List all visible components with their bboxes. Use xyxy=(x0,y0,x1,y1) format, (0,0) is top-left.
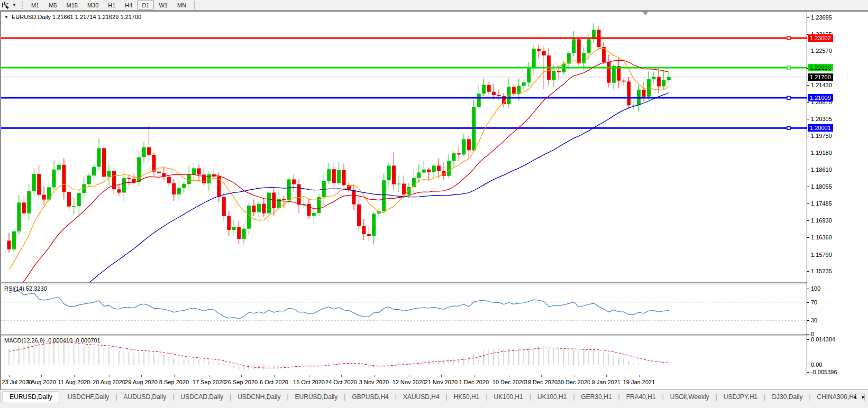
chart-shift-marker[interactable] xyxy=(643,12,648,15)
timeframe-button-w1[interactable]: W1 xyxy=(154,1,172,10)
macd-tick-label: 0.00 xyxy=(807,361,822,368)
chart-tab-gbpusd-h4[interactable]: GBPUSD,H4 xyxy=(345,392,395,402)
chart-tab-usdcad-daily[interactable]: USDCAD,Daily xyxy=(174,392,230,402)
macd-tick-label: 0.014384 xyxy=(807,336,835,342)
macd-panel[interactable] xyxy=(1,336,807,375)
timeframe-button-h4[interactable]: H4 xyxy=(120,1,137,10)
price-tick-label: 1.22570 xyxy=(807,48,832,54)
moving-average-line xyxy=(9,49,669,270)
timeframe-button-h1[interactable]: H1 xyxy=(103,1,120,10)
axis-tick-mark xyxy=(807,17,809,18)
date-tick-label: 3 Nov 2020 xyxy=(359,379,389,385)
level-price-tag[interactable]: 1.21009 xyxy=(808,94,833,101)
chart-tab-xauusd-h4[interactable]: XAUUSD,H4 xyxy=(397,392,446,402)
chart-tab-eurusd-daily[interactable]: EURUSD,Daily xyxy=(289,392,344,402)
chart-title: ▼ EURUSD,Daily 1.21661 1.21714 1.21629 1… xyxy=(4,14,141,20)
chart-cursor-tool-button[interactable]: ▼ xyxy=(0,0,20,10)
chart-tab-usdcnh-daily[interactable]: USDCNH,Daily xyxy=(231,392,287,402)
chart-dropdown-icon[interactable]: ▼ xyxy=(4,15,8,20)
price-tick-label: 1.16930 xyxy=(807,217,832,224)
macd-label: MACD(12,26,9) -0.000410 -0.000701 xyxy=(4,337,100,344)
macd-tick-label: -0.005396 xyxy=(807,369,837,375)
date-tick-label: 29 Aug 2020 xyxy=(125,379,158,385)
chart-tab-usdjpy-h1[interactable]: USDJPY,H1 xyxy=(717,392,764,402)
date-tick-mark xyxy=(374,375,374,377)
chart-tab-dj30-daily[interactable]: DJ30,Daily xyxy=(765,392,809,402)
timeframe-button-m30[interactable]: M30 xyxy=(83,1,103,10)
axis-tick-mark xyxy=(807,255,809,255)
level-price-tag[interactable]: 1.20001 xyxy=(808,124,833,132)
date-tick-label: 1 Aug 2020 xyxy=(26,379,56,385)
date-tick-mark xyxy=(174,375,175,377)
date-tick-mark xyxy=(509,375,509,377)
date-tick-mark xyxy=(409,375,409,377)
axis-tick-mark xyxy=(807,136,809,136)
timeframe-button-m5[interactable]: M5 xyxy=(44,1,61,10)
chevron-down-icon: ▼ xyxy=(12,3,16,7)
chart-tab-usoil-weekly[interactable]: USOil,Weekly xyxy=(664,392,716,402)
axis-tick-mark xyxy=(807,302,809,303)
date-tick-label: 26 Sep 2020 xyxy=(225,379,258,385)
price-tick-label: 1.15790 xyxy=(807,252,832,258)
axis-tick-mark xyxy=(807,365,809,365)
line-handle xyxy=(787,96,790,99)
date-tick-mark xyxy=(141,375,142,377)
axis-tick-mark xyxy=(807,271,809,272)
date-tick-label: 20 Aug 2020 xyxy=(93,379,125,385)
axis-tick-mark xyxy=(807,334,809,335)
current-price-tag[interactable]: 1.21700 xyxy=(808,73,833,81)
date-tick-mark xyxy=(74,375,75,377)
axis-tick-mark xyxy=(807,102,809,103)
chart-tab-hk50-h1[interactable]: HK50,H1 xyxy=(447,392,486,402)
level-price-tag[interactable]: 1.23002 xyxy=(808,34,833,42)
macd-histogram xyxy=(9,340,669,371)
rsi-tick-label: 30 xyxy=(807,317,817,323)
timeframe-toolbar: ▼ M1M5M15M30H1H4D1W1MN xyxy=(0,0,868,11)
tab-scroll-right-button[interactable]: ► xyxy=(861,394,866,400)
date-tick-label: 21 Nov 2020 xyxy=(425,379,458,385)
axis-tick-mark xyxy=(807,237,809,238)
timeframe-button-m15[interactable]: M15 xyxy=(61,1,82,10)
chart-tab-uk100-h1[interactable]: UK100,H1 xyxy=(488,392,529,402)
date-tick-mark xyxy=(41,375,42,377)
date-tick-mark xyxy=(574,375,574,377)
axis-tick-mark xyxy=(807,203,809,204)
timeframe-button-mn[interactable]: MN xyxy=(172,1,191,10)
toolbar-grip[interactable] xyxy=(22,2,23,9)
price-tick-label: 1.17485 xyxy=(807,200,832,207)
date-tick-label: 12 Nov 2020 xyxy=(392,379,425,385)
toolbar-separator xyxy=(194,1,195,10)
price-tick-label: 1.23695 xyxy=(807,14,832,21)
price-tick-label: 1.19180 xyxy=(807,150,832,156)
price-tick-label: 1.15235 xyxy=(807,268,832,274)
price-chart-panel[interactable] xyxy=(1,12,807,282)
date-tick-label: 1 Dec 2020 xyxy=(459,379,489,385)
axis-tick-mark xyxy=(807,289,809,289)
date-tick-label: 10 Dec 2020 xyxy=(492,379,525,385)
date-tick-label: 8 Sep 2020 xyxy=(159,379,189,385)
date-tick-label: 24 Oct 2020 xyxy=(325,379,357,385)
axis-tick-mark xyxy=(807,372,809,373)
date-tick-label: 30 Dec 2020 xyxy=(558,379,590,385)
price-tick-label: 1.21430 xyxy=(807,82,832,88)
chart-tab-audusd-daily[interactable]: AUDUSD,Daily xyxy=(117,392,173,402)
chart-tab-fra40-h1[interactable]: FRA40,H1 xyxy=(620,392,662,402)
axis-tick-mark xyxy=(807,339,809,340)
chart-tab-ger30-h1[interactable]: GER30,H1 xyxy=(575,392,618,402)
axis-tick-mark xyxy=(807,119,809,119)
chart-tab-uk100-h1[interactable]: UK100,H1 xyxy=(531,392,573,402)
timeframe-button-m1[interactable]: M1 xyxy=(26,1,44,10)
chart-tab-eurusd-daily[interactable]: EURUSD,Daily xyxy=(3,392,59,403)
axis-tick-mark xyxy=(807,85,809,86)
rsi-panel[interactable] xyxy=(1,284,807,334)
tab-scroll-left-button[interactable]: ◄ xyxy=(852,394,857,400)
date-tick-mark xyxy=(309,375,309,377)
level-price-tag[interactable]: 1.22016 xyxy=(808,64,833,71)
price-tick-label: 1.18055 xyxy=(807,183,832,190)
timeframe-button-d1[interactable]: D1 xyxy=(137,1,154,10)
date-tick-mark xyxy=(209,375,209,377)
chart-tab-usdchf-daily[interactable]: USDCHF,Daily xyxy=(61,392,116,402)
price-axis[interactable]: 1.236951.231251.225701.220001.214301.208… xyxy=(807,12,868,375)
date-axis[interactable]: 23 Jul 20201 Aug 202011 Aug 202020 Aug 2… xyxy=(1,375,868,391)
date-tick-label: 9 Jan 2021 xyxy=(592,379,620,385)
